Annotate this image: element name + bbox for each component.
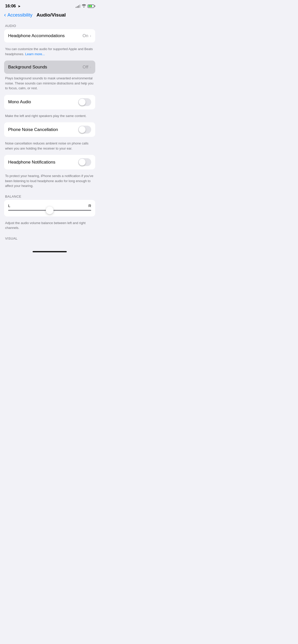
mono-audio-card: Mono Audio xyxy=(4,95,95,109)
headphone-notifications-card: Headphone Notifications xyxy=(4,155,95,169)
background-sounds-value: Off xyxy=(83,65,88,70)
phone-noise-row[interactable]: Phone Noise Cancellation xyxy=(4,122,95,137)
headphone-notifications-description: To protect your hearing, iPhone sends a … xyxy=(0,171,99,193)
home-bar xyxy=(33,251,67,252)
home-indicator xyxy=(0,247,99,254)
visual-section-label: VISUAL xyxy=(0,235,99,242)
background-sounds-description: Plays background sounds to mask unwanted… xyxy=(0,74,99,95)
learn-more-link[interactable]: Learn more... xyxy=(25,52,45,56)
background-sounds-label: Background Sounds xyxy=(8,65,83,70)
headphone-accommodations-row[interactable]: Headphone Accommodations On › xyxy=(4,29,95,42)
nav-header: ‹ Accessibility Audio/Visual xyxy=(0,10,99,22)
page-title: Audio/Visual xyxy=(36,12,66,18)
location-icon: ➤ xyxy=(18,4,21,8)
balance-thumb[interactable] xyxy=(46,207,53,214)
mono-audio-toggle-knob xyxy=(79,99,86,106)
headphone-accommodations-label: Headphone Accommodations xyxy=(8,33,83,38)
status-bar: 16:06 ➤ ⚡ xyxy=(0,0,99,10)
chevron-right-icon: › xyxy=(90,34,91,38)
headphone-notifications-row[interactable]: Headphone Notifications xyxy=(4,155,95,169)
mono-audio-label: Mono Audio xyxy=(8,99,78,105)
audio-section-label: AUDIO xyxy=(0,22,99,29)
phone-noise-toggle[interactable] xyxy=(78,126,91,134)
phone-noise-card: Phone Noise Cancellation xyxy=(4,122,95,137)
signal-bars-icon xyxy=(76,4,80,8)
wifi-icon xyxy=(82,4,86,8)
balance-slider[interactable] xyxy=(8,210,91,211)
headphone-notifications-toggle-knob xyxy=(79,159,86,166)
mono-audio-description: Make the left and right speakers play th… xyxy=(0,111,99,123)
back-label[interactable]: Accessibility xyxy=(7,12,32,18)
headphone-notifications-toggle[interactable] xyxy=(78,158,91,166)
headphone-notifications-label: Headphone Notifications xyxy=(8,160,78,165)
mono-audio-row[interactable]: Mono Audio xyxy=(4,95,95,109)
status-time-area: 16:06 ➤ xyxy=(5,4,21,9)
balance-fill-right xyxy=(50,210,91,211)
back-button[interactable]: ‹ Accessibility xyxy=(4,12,32,18)
mono-audio-toggle[interactable] xyxy=(78,98,91,106)
balance-section-label: BALANCE xyxy=(0,193,99,200)
balance-fill-left xyxy=(8,210,50,211)
balance-left-label: L xyxy=(8,203,10,208)
status-icons: ⚡ xyxy=(76,4,94,8)
back-chevron-icon: ‹ xyxy=(4,12,6,18)
balance-description: Adjust the audio volume balance between … xyxy=(0,218,99,235)
status-time: 16:06 xyxy=(5,4,16,8)
background-sounds-chevron-icon: › xyxy=(90,65,91,69)
balance-card: L R xyxy=(4,200,95,216)
phone-noise-description: Noise cancellation reduces ambient noise… xyxy=(0,139,99,155)
balance-right-label: R xyxy=(88,203,91,208)
headphone-accommodations-description: You can customize the audio for supporte… xyxy=(0,45,99,61)
background-sounds-row[interactable]: Background Sounds Off › xyxy=(4,61,95,74)
headphone-accommodations-card: Headphone Accommodations On › xyxy=(4,29,95,42)
phone-noise-label: Phone Noise Cancellation xyxy=(8,127,78,132)
battery-icon: ⚡ xyxy=(88,5,94,8)
phone-noise-toggle-knob xyxy=(79,126,86,133)
headphone-accommodations-value: On xyxy=(83,33,88,38)
